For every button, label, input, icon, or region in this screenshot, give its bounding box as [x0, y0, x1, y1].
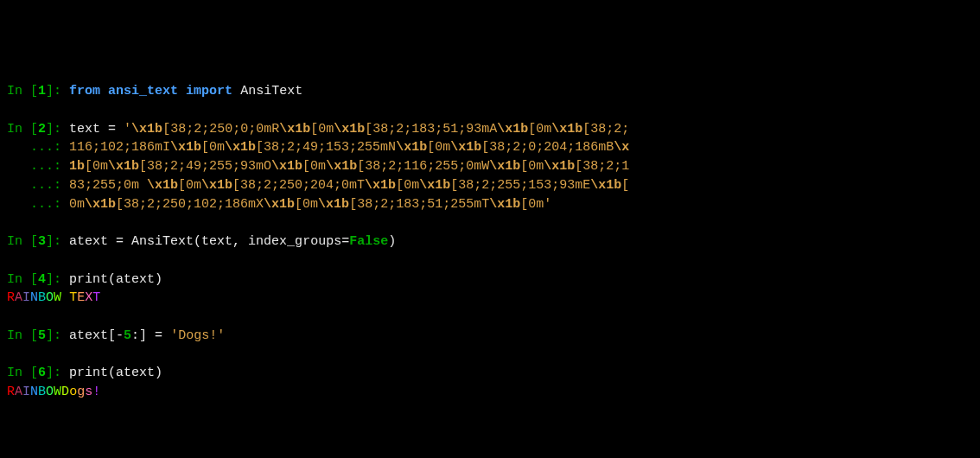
prompt-cont: ...:	[7, 178, 69, 193]
char-g: g	[77, 385, 85, 399]
char-r: R	[7, 385, 15, 399]
prompt-cont: ...:	[7, 140, 69, 155]
char-r: R	[7, 290, 15, 305]
prompt-in: In [1]:	[7, 84, 69, 99]
prompt-in: In [6]:	[7, 366, 69, 380]
prompt-in: In [3]:	[7, 234, 69, 249]
char-t: T	[69, 290, 77, 305]
char-b: B	[38, 385, 46, 399]
char-a: A	[15, 290, 22, 305]
char-n: N	[30, 385, 38, 399]
char-o: O	[46, 385, 54, 399]
char-e: E	[77, 290, 85, 305]
char-o2: o	[69, 385, 77, 399]
escape-seq: \x1b	[131, 122, 162, 137]
char-w: W	[54, 290, 61, 305]
char-s: s	[85, 385, 92, 399]
char-i: I	[22, 290, 30, 305]
module-name: ansi_text	[108, 84, 178, 99]
var: atext	[69, 234, 116, 249]
char-t2: T	[92, 290, 100, 305]
call: AnsiText(text, index_groups	[131, 234, 341, 249]
string-literal: '	[124, 122, 131, 137]
char-sp	[61, 290, 69, 305]
prompt-in: In [2]:	[7, 122, 69, 137]
char-x: X	[85, 290, 92, 305]
char-i: I	[22, 385, 30, 399]
prompt-in: In [5]:	[7, 328, 69, 343]
prompt-cont: ...:	[7, 159, 69, 174]
var: text	[69, 122, 108, 137]
kw-from: from	[69, 84, 100, 99]
kw-false: False	[349, 234, 388, 249]
char-bang: !	[92, 385, 100, 399]
prompt-cont: ...:	[7, 197, 69, 212]
char-d: D	[61, 385, 69, 399]
call-print: print	[69, 272, 108, 287]
char-b: B	[38, 290, 46, 305]
kw-import: import	[186, 84, 232, 99]
char-n: N	[30, 290, 38, 305]
var: atext[	[69, 328, 116, 343]
output-rainbow: RAINBOW TEXT	[7, 290, 100, 305]
char-o: O	[46, 290, 54, 305]
call-print: print	[69, 366, 108, 380]
terminal-output: In [1]: from ansi_text import AnsiText I…	[7, 82, 973, 402]
string-literal: 'Dogs!'	[170, 328, 225, 343]
prompt-in: In [4]:	[7, 272, 69, 287]
char-a: A	[15, 385, 22, 399]
char-w: W	[54, 385, 61, 399]
output-rainbow-dogs: RAINBOWDogs!	[7, 385, 100, 399]
class-name: AnsiText	[240, 84, 302, 99]
